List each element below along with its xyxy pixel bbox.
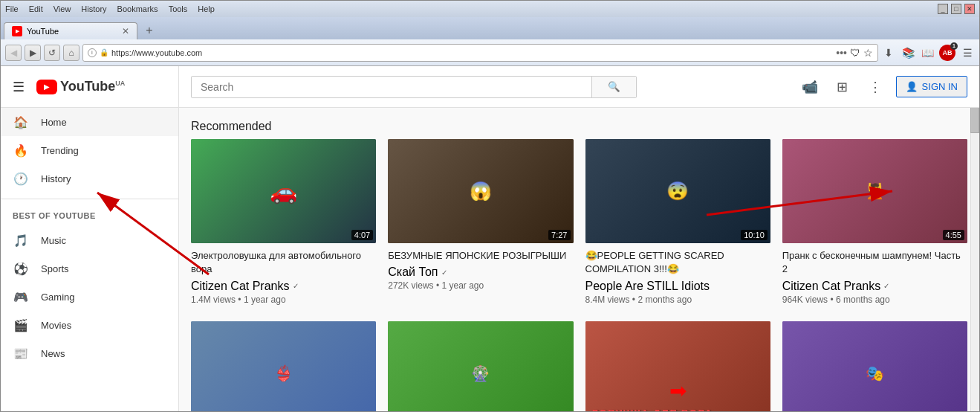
video-thumbnail: 💆 4:55 [782, 139, 967, 243]
sidebar-header: ☰ ▶ YouTubeUA [1, 66, 178, 108]
recommended-section-title: Recommended [179, 108, 979, 139]
search-button[interactable]: 🔍 [591, 77, 636, 97]
sidebar: ☰ ▶ YouTubeUA 🏠 Home 🔥 Trending 🕐 Histor… [1, 66, 179, 411]
user-avatar-button[interactable]: AB 1 [939, 45, 955, 61]
tab-close-button[interactable]: ✕ [122, 26, 129, 36]
sidebar-item-sports[interactable]: ⚽ Sports [1, 254, 178, 283]
search-container: 🔍 [191, 76, 637, 98]
menu-tools[interactable]: Tools [169, 4, 188, 13]
home-icon: 🏠 [13, 114, 29, 130]
sign-in-button[interactable]: 👤 SIGN IN [896, 76, 967, 97]
sidebar-item-home[interactable]: 🏠 Home [1, 108, 178, 136]
menu-history[interactable]: History [81, 4, 106, 13]
library-button[interactable]: 📚 [901, 45, 915, 60]
avatar-label: AB [943, 49, 953, 57]
title-bar: File Edit View History Bookmarks Tools H… [1, 1, 979, 17]
video-duration: 7:27 [548, 230, 570, 240]
download-button[interactable]: ⬇ [881, 45, 896, 60]
video-thumbnail: 😱 7:27 [388, 139, 573, 243]
sidebar-movies-label: Movies [41, 320, 71, 331]
user-circle-icon: 👤 [906, 81, 918, 92]
forward-button[interactable]: ▶ [25, 45, 41, 61]
gaming-icon: 🎮 [13, 289, 29, 305]
video-duration: 4:07 [351, 230, 373, 240]
video-card[interactable]: 💆 4:55 Пранк с бесконечным шампунем! Час… [782, 139, 967, 309]
video-meta: 272K views • 1 year ago [388, 279, 573, 292]
search-input[interactable] [192, 77, 591, 97]
video-duration: 4:55 [943, 230, 964, 240]
sidebar-item-music[interactable]: 🎵 Music [1, 226, 178, 254]
reader-button[interactable]: 📖 [920, 45, 935, 60]
lock-icon: 🔒 [100, 48, 108, 57]
channel-name: Citizen Cat Pranks [191, 280, 290, 293]
sidebar-sports-label: Sports [41, 263, 69, 274]
menu-edit[interactable]: Edit [29, 4, 43, 13]
video-info: Электроловушка для автомобильного вора C… [191, 243, 376, 309]
address-bar[interactable]: i 🔒 https://www.youtube.com ••• 🛡 ☆ [82, 44, 878, 62]
sidebar-item-news[interactable]: 📰 News [1, 339, 178, 367]
sidebar-hamburger[interactable]: ☰ [13, 79, 25, 95]
trending-icon: 🔥 [13, 142, 29, 158]
minimize-button[interactable]: _ [938, 4, 948, 14]
sidebar-item-movies[interactable]: 🎬 Movies [1, 311, 178, 339]
videos-grid-row1: 🚗 4:07 Электроловушка для автомобильного… [179, 139, 979, 321]
video-channel: Citizen Cat Pranks ✓ [782, 280, 967, 293]
sidebar-home-label: Home [41, 117, 67, 128]
youtube-logo[interactable]: ▶ YouTubeUA [36, 79, 125, 94]
menu-file[interactable]: File [5, 4, 19, 13]
video-card[interactable]: 🎭 [782, 321, 967, 411]
video-thumbnail: 🎡 [388, 321, 573, 411]
bookmark-star-icon[interactable]: ☆ [863, 47, 873, 59]
reload-button[interactable]: ↺ [44, 45, 60, 61]
channel-name: Скай Топ [388, 265, 438, 279]
video-title: Пранк с бесконечным шампунем! Часть 2 [782, 249, 967, 276]
movies-icon: 🎬 [13, 317, 29, 333]
sidebar-news-label: News [41, 348, 65, 359]
window-controls: _ □ ✕ [938, 4, 975, 14]
verified-icon: ✓ [883, 282, 889, 290]
sidebar-item-gaming[interactable]: 🎮 Gaming [1, 283, 178, 311]
menu-view[interactable]: View [53, 4, 71, 13]
close-button[interactable]: ✕ [964, 4, 975, 14]
apps-grid-button[interactable]: ⊞ [831, 75, 854, 99]
scrollbar-track[interactable] [970, 66, 979, 411]
video-info: БЕЗУМНЫЕ ЯПОНСКИЕ РОЗЫГРЫШИ Скай Топ ✓ 2… [388, 243, 573, 295]
video-thumbnail: 👙 [191, 321, 376, 411]
upload-video-button[interactable]: 📹 [798, 75, 822, 99]
video-info: 😂PEOPLE GETTING SCARED COMPILATION 3!!!😂… [585, 243, 770, 309]
channel-name: People Are STILL Idiots [585, 280, 710, 293]
sidebar-divider [1, 199, 178, 199]
video-card[interactable]: 🚗 4:07 Электроловушка для автомобильного… [191, 139, 376, 309]
video-card[interactable]: ЛОВУШКА ДЛЯ ВОРА ➡ [585, 321, 770, 411]
new-tab-button[interactable]: + [140, 22, 158, 39]
video-meta: 1.4M views • 1 year ago [191, 293, 376, 306]
sidebar-item-trending[interactable]: 🔥 Trending [1, 136, 178, 164]
navigation-bar: ◀ ▶ ↺ ⌂ i 🔒 https://www.youtube.com ••• … [1, 39, 979, 66]
video-card[interactable]: 😱 7:27 БЕЗУМНЫЕ ЯПОНСКИЕ РОЗЫГРЫШИ Скай … [388, 139, 573, 309]
hamburger-menu-button[interactable]: ☰ [960, 45, 975, 60]
back-button[interactable]: ◀ [5, 45, 22, 61]
news-icon: 📰 [13, 345, 29, 361]
more-options-button[interactable]: ⋮ [863, 75, 887, 99]
url-display[interactable]: https://www.youtube.com [111, 48, 833, 57]
menu-bookmarks[interactable]: Bookmarks [117, 4, 158, 13]
video-channel: People Are STILL Idiots [585, 280, 770, 293]
menu-help[interactable]: Help [198, 4, 215, 13]
sidebar-music-label: Music [41, 235, 66, 246]
tab-favicon [12, 26, 22, 36]
more-options-icon[interactable]: ••• [836, 47, 847, 59]
sidebar-item-history[interactable]: 🕐 History [1, 164, 178, 193]
browser-tab[interactable]: YouTube ✕ [4, 22, 137, 39]
videos-grid-row2: 👙 🎡 ЛОВУШКА ДЛЯ ВО [179, 321, 979, 411]
video-card[interactable]: 🎡 [388, 321, 573, 411]
video-title: 😂PEOPLE GETTING SCARED COMPILATION 3!!!😂 [585, 249, 770, 276]
video-title: БЕЗУМНЫЕ ЯПОНСКИЕ РОЗЫГРЫШИ [388, 249, 573, 263]
video-card[interactable]: 😨 10:10 😂PEOPLE GETTING SCARED COMPILATI… [585, 139, 770, 309]
video-thumbnail: 🚗 4:07 [191, 139, 376, 243]
video-card[interactable]: 👙 [191, 321, 376, 411]
main-content: 🔍 📹 ⊞ ⋮ 👤 SIGN IN Recommended [179, 66, 979, 411]
sidebar-gaming-label: Gaming [41, 292, 75, 303]
home-button[interactable]: ⌂ [63, 45, 79, 61]
video-thumbnail: 😨 10:10 [585, 139, 770, 243]
maximize-button[interactable]: □ [951, 4, 961, 14]
